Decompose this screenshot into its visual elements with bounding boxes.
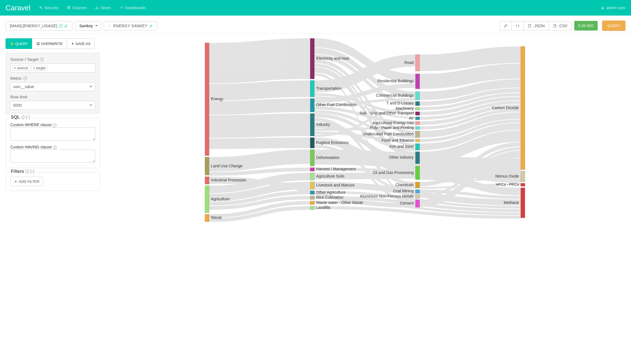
sankey-node[interactable]	[416, 200, 420, 207]
remove-icon[interactable]: ×	[33, 66, 35, 70]
sankey-node[interactable]	[521, 171, 525, 182]
sankey-node[interactable]	[416, 117, 420, 120]
star-icon[interactable]: ☆	[108, 24, 111, 28]
sankey-node[interactable]	[310, 173, 314, 180]
brand[interactable]: Caravel	[6, 4, 31, 12]
save-as-button[interactable]: ＋SAVE AS	[67, 38, 95, 49]
sankey-node[interactable]	[416, 101, 420, 106]
overwrite-button[interactable]: 🖫OVERWRITE	[32, 38, 67, 49]
sankey-node[interactable]	[310, 206, 314, 210]
sankey-node[interactable]	[416, 195, 420, 198]
row-limit-select[interactable]: 5000	[10, 101, 95, 110]
nav-dashboards[interactable]: Dashboards	[119, 6, 146, 10]
sankey-node[interactable]	[310, 138, 314, 148]
tag[interactable]: × target	[31, 65, 48, 71]
sankey-node[interactable]	[310, 38, 314, 79]
csv-button[interactable]: .CSV	[549, 21, 572, 31]
sql-legend[interactable]: SQL i [-]	[9, 115, 32, 120]
info-icon[interactable]: i	[40, 58, 44, 61]
sankey-node[interactable]	[205, 214, 209, 222]
tag[interactable]: × source	[12, 65, 30, 71]
sankey-node[interactable]	[416, 131, 420, 138]
info-icon[interactable]: i	[53, 145, 57, 149]
filters-fieldset: Filters i [-] ＋ ADD FILTER	[6, 172, 100, 191]
user-menu[interactable]: admin user	[601, 6, 625, 10]
svg-point-1	[41, 8, 42, 9]
sankey-node[interactable]	[310, 201, 314, 205]
collapse-toggle[interactable]: [-]	[30, 169, 34, 174]
sankey-link[interactable]	[209, 113, 310, 138]
sankey-node[interactable]	[416, 74, 420, 89]
sankey-node[interactable]	[310, 168, 314, 171]
sql-fieldset: SQL i [-] Custom WHERE clause i Custom H…	[6, 118, 100, 168]
gears-icon	[39, 6, 43, 10]
having-input[interactable]	[10, 149, 95, 163]
sankey-node[interactable]	[310, 113, 314, 136]
embed-button[interactable]	[511, 21, 523, 31]
sankey-node-label: Unallocated Fuel Combustion	[362, 132, 414, 136]
source-target-label: Source / Target i	[10, 57, 95, 62]
sankey-node[interactable]	[521, 46, 525, 170]
info-icon[interactable]: i	[23, 76, 27, 80]
query-button[interactable]: QUERY	[602, 21, 625, 31]
sankey-node[interactable]	[310, 182, 314, 189]
sankey-node[interactable]	[416, 144, 420, 150]
sankey-node[interactable]	[310, 98, 314, 112]
export-group: .JSON .CSV	[500, 21, 572, 31]
sankey-node[interactable]	[416, 182, 420, 188]
label: ADD FILTER	[19, 179, 39, 184]
datasource-box[interactable]: [MAIN].[ENERGY_USAGE] i	[6, 21, 72, 31]
sankey-node[interactable]	[416, 166, 420, 180]
nav-slices[interactable]: Slices	[95, 6, 111, 10]
sankey-node[interactable]	[416, 92, 420, 100]
sankey-node[interactable]	[310, 196, 314, 200]
info-icon[interactable]: i	[21, 115, 25, 119]
top-navbar: Caravel Security Sources Slices Dashboar…	[0, 0, 631, 16]
json-button[interactable]: .JSON	[523, 21, 548, 31]
sankey-node[interactable]	[416, 121, 420, 125]
user-icon	[601, 6, 605, 10]
sankey-node[interactable]	[310, 149, 314, 166]
remove-icon[interactable]: ×	[14, 66, 16, 70]
sankey-link[interactable]	[209, 80, 310, 100]
info-icon[interactable]: i	[53, 123, 56, 127]
info-icon[interactable]: i	[25, 169, 29, 173]
sankey-link[interactable]	[209, 38, 310, 83]
viz-type-select[interactable]: Sankey	[75, 21, 101, 31]
sankey-node[interactable]	[416, 112, 420, 115]
sankey-node[interactable]	[416, 139, 420, 142]
sankey-node[interactable]	[205, 186, 209, 213]
sankey-link[interactable]	[209, 138, 310, 149]
add-filter-button[interactable]: ＋ ADD FILTER	[10, 177, 43, 186]
nav-sources[interactable]: Sources	[67, 6, 86, 10]
sankey-node[interactable]	[416, 54, 420, 71]
sankey-node[interactable]	[416, 126, 420, 129]
sankey-node[interactable]	[310, 80, 314, 97]
sankey-node[interactable]	[310, 191, 314, 195]
nav-security[interactable]: Security	[39, 6, 59, 10]
link-button[interactable]	[500, 21, 511, 31]
source-target-input[interactable]: × source× target	[10, 63, 95, 73]
sankey-node[interactable]	[205, 43, 209, 156]
sankey-node[interactable]	[416, 107, 420, 110]
info-icon[interactable]: i	[59, 24, 63, 28]
sankey-link[interactable]	[209, 98, 310, 114]
query-button[interactable]: ⚡QUERY	[6, 38, 32, 49]
sankey-node[interactable]	[416, 152, 420, 164]
svg-point-2	[68, 6, 70, 7]
sankey-node[interactable]	[521, 188, 525, 218]
slice-name-box[interactable]: ☆ ENERGY SANKEY	[104, 21, 157, 31]
metric-select[interactable]: sum__value	[10, 82, 95, 91]
sankey-node-label: Other Industry	[389, 155, 414, 159]
where-input[interactable]	[10, 127, 95, 141]
edit-icon[interactable]	[64, 24, 68, 28]
label: QUERY	[15, 42, 28, 46]
sankey-node[interactable]	[205, 177, 209, 184]
edit-icon[interactable]	[149, 24, 153, 28]
sankey-node[interactable]	[521, 183, 525, 186]
sankey-node[interactable]	[205, 157, 209, 175]
filters-legend[interactable]: Filters i [-]	[9, 169, 36, 174]
collapse-toggle[interactable]: [-]	[26, 115, 30, 120]
file-icon	[553, 24, 557, 28]
sankey-node[interactable]	[416, 190, 420, 193]
